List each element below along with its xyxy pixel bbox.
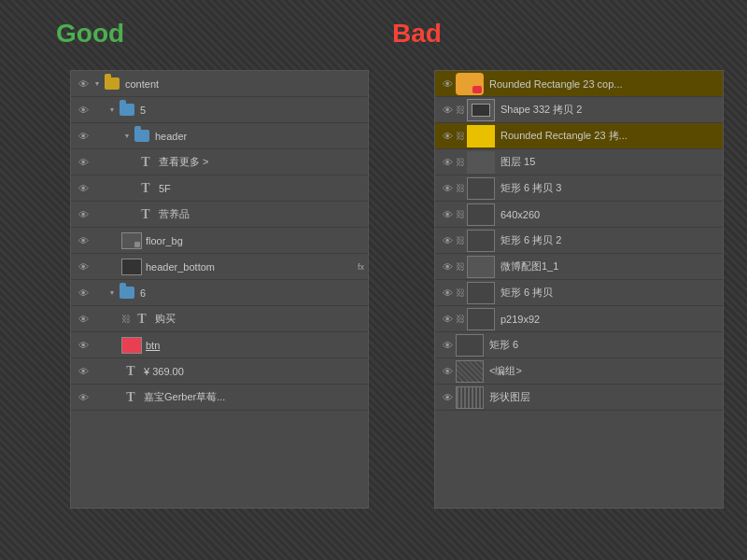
text-layer-icon: T: [133, 310, 151, 329]
eye-icon[interactable]: 👁: [75, 128, 92, 145]
folder-icon-blue: [118, 101, 136, 119]
eye-icon[interactable]: 👁: [75, 232, 92, 249]
layer-row[interactable]: 👁 btn: [71, 332, 368, 358]
layer-thumbnail: [456, 386, 484, 409]
layer-row[interactable]: 👁 6: [71, 280, 368, 306]
eye-icon[interactable]: 👁: [75, 154, 92, 171]
layer-name: <编组>: [489, 364, 719, 378]
eye-icon[interactable]: 👁: [75, 311, 92, 328]
layer-row[interactable]: 👁 矩形 6: [435, 332, 723, 358]
layer-name: Rounded Rectangle 23 拷...: [500, 129, 719, 143]
layer-row[interactable]: 👁 ⛓ 640x260: [435, 202, 723, 228]
eye-icon[interactable]: 👁: [439, 128, 456, 145]
eye-icon[interactable]: 👁: [75, 337, 92, 354]
layer-row[interactable]: 👁 header: [71, 123, 368, 149]
layer-row[interactable]: 👁 ⛓ 矩形 6 拷贝 2: [435, 228, 723, 254]
layer-name: 640x260: [500, 209, 719, 220]
layer-row[interactable]: 👁 T ¥ 369.00: [71, 358, 368, 385]
expand-arrow[interactable]: [92, 78, 103, 90]
layer-row[interactable]: 👁 ⛓ 矩形 6 拷贝 3: [435, 175, 723, 202]
folder-icon: [103, 75, 121, 93]
layer-thumbnail: [467, 99, 495, 121]
layer-row[interactable]: 👁 形状图层: [435, 385, 723, 411]
link-icon: ⛓: [456, 209, 465, 219]
eye-icon[interactable]: 👁: [439, 206, 456, 223]
link-icon: ⛓: [121, 314, 131, 324]
left-panel: 👁 content 👁 5 👁 header 👁 T 查看更多 > 👁 T 5F…: [70, 70, 369, 509]
layer-row[interactable]: 👁 ⛓ 矩形 6 拷贝: [435, 280, 723, 306]
layer-name: 购买: [155, 312, 364, 326]
eye-icon[interactable]: 👁: [75, 259, 92, 275]
layer-name: header: [155, 131, 364, 142]
link-icon: ⛓: [456, 261, 465, 272]
layer-row[interactable]: 👁 floor_bg: [71, 228, 368, 254]
layer-row[interactable]: 👁 ⛓ T 购买: [71, 306, 368, 332]
layer-thumbnail: [121, 259, 142, 275]
folder-icon-blue: [118, 284, 136, 302]
eye-icon[interactable]: 👁: [439, 76, 456, 92]
layer-thumbnail: [467, 125, 495, 147]
expand-arrow[interactable]: [106, 287, 118, 299]
link-icon: ⛓: [456, 157, 465, 167]
layer-thumbnail: [467, 256, 495, 278]
layer-row[interactable]: 👁 5: [71, 97, 368, 123]
expand-arrow[interactable]: [121, 131, 133, 142]
layer-row[interactable]: 👁 T 查看更多 >: [71, 149, 368, 175]
eye-icon[interactable]: 👁: [75, 389, 92, 406]
layer-name: header_bottom: [146, 261, 354, 273]
layer-row[interactable]: 👁 header_bottom fx: [71, 254, 368, 280]
layer-thumbnail: [467, 282, 495, 304]
layer-row[interactable]: 👁 T 嘉宝Gerber草莓...: [71, 385, 368, 411]
layer-name: content: [125, 78, 364, 90]
layer-row[interactable]: 👁 ⛓ p219x92: [435, 306, 723, 332]
layer-name: 矩形 6 拷贝: [500, 286, 719, 300]
layer-thumbnail: [456, 334, 484, 357]
eye-icon[interactable]: 👁: [75, 180, 92, 197]
eye-icon[interactable]: 👁: [75, 363, 92, 380]
right-panel: 👁 Rounded Rectangle 23 cop... 👁 ⛓ Shape …: [434, 70, 724, 509]
layer-row[interactable]: 👁 ⛓ Rounded Rectangle 23 拷...: [435, 123, 723, 149]
eye-icon[interactable]: 👁: [439, 259, 456, 275]
layer-name: 矩形 6: [489, 338, 719, 352]
layer-row[interactable]: 👁 <编组>: [435, 358, 723, 385]
eye-icon[interactable]: 👁: [75, 76, 92, 92]
layer-row[interactable]: 👁 ⛓ Shape 332 拷贝 2: [435, 97, 723, 123]
layer-name: 矩形 6 拷贝 3: [500, 181, 719, 195]
eye-icon[interactable]: 👁: [439, 337, 456, 354]
link-icon: ⛓: [456, 235, 465, 245]
expand-arrow[interactable]: [106, 105, 118, 116]
text-layer-icon: T: [136, 153, 155, 172]
layer-row[interactable]: 👁 content: [71, 71, 368, 97]
layer-row[interactable]: 👁 Rounded Rectangle 23 cop...: [435, 71, 723, 97]
layer-name: 营养品: [159, 207, 364, 221]
layer-name: 嘉宝Gerber草莓...: [144, 390, 364, 404]
layer-row[interactable]: 👁 T 5F: [71, 175, 368, 202]
layer-thumbnail: [467, 230, 495, 252]
eye-icon[interactable]: 👁: [75, 285, 92, 301]
layer-thumbnail: [467, 308, 495, 330]
layer-name: ¥ 369.00: [144, 366, 364, 377]
layer-name: Shape 332 拷贝 2: [500, 103, 719, 117]
eye-icon[interactable]: 👁: [439, 285, 456, 301]
layer-name: 矩形 6 拷贝 2: [500, 233, 719, 247]
layer-row[interactable]: 👁 ⛓ 微博配图1_1: [435, 254, 723, 280]
eye-icon[interactable]: 👁: [439, 389, 456, 406]
eye-icon[interactable]: 👁: [439, 363, 456, 380]
eye-icon[interactable]: 👁: [75, 102, 92, 119]
layer-row[interactable]: 👁 ⛓ 图层 15: [435, 149, 723, 175]
layer-row[interactable]: 👁 T 营养品: [71, 202, 368, 228]
layer-name: 微博配图1_1: [500, 259, 719, 273]
folder-icon-blue: [133, 127, 151, 146]
eye-icon[interactable]: 👁: [439, 102, 456, 119]
eye-icon[interactable]: 👁: [439, 311, 456, 328]
layer-thumbnail: [121, 337, 142, 354]
eye-icon[interactable]: 👁: [439, 232, 456, 249]
layer-thumbnail: [456, 360, 484, 383]
bad-label: Bad: [392, 19, 442, 49]
good-label: Good: [56, 19, 124, 49]
eye-icon[interactable]: 👁: [439, 154, 456, 171]
eye-icon[interactable]: 👁: [75, 206, 92, 223]
layer-name: btn: [146, 340, 364, 351]
layer-name: 查看更多 >: [159, 155, 364, 169]
eye-icon[interactable]: 👁: [439, 180, 456, 197]
